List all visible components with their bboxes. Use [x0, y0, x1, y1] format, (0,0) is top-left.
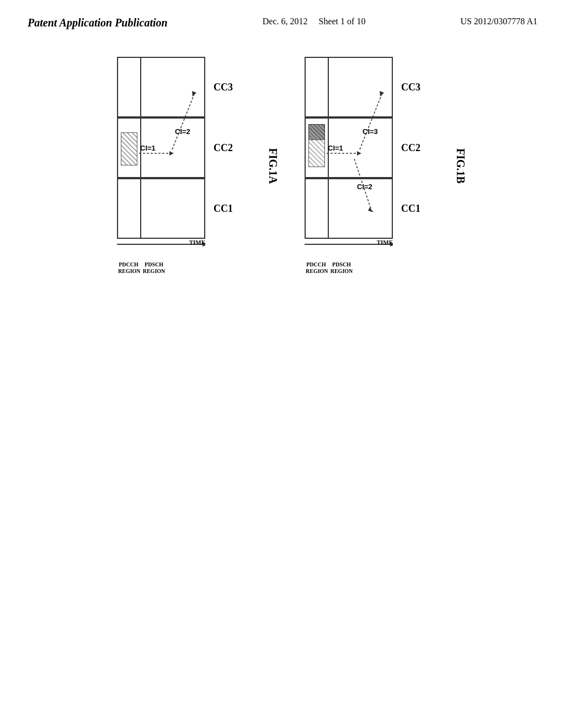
- fig1b-cc3-label: CC3: [401, 82, 420, 93]
- fig1b-cc3-row: CC3: [305, 57, 448, 117]
- fig1b-pdcch-label: PDCCHREGION: [306, 261, 327, 275]
- fig1b-label: FIG.1B: [455, 148, 467, 184]
- patent-number: US 2012/0307778 A1: [460, 17, 537, 26]
- fig1b-axis: PDCCHREGION PDSCHREGION TIME: [305, 239, 393, 275]
- fig1a-axis: PDCCHREGION PDSCHREGION TIME: [117, 239, 205, 275]
- fig1a-cc1-box: [117, 178, 205, 239]
- fig1b-cc2-hatch-light: [308, 140, 325, 167]
- fig1b-cc2-box: [305, 117, 393, 178]
- fig1a-cc3-box: [117, 57, 205, 117]
- header-date-sheet: Dec. 6, 2012 Sheet 1 of 10: [263, 17, 366, 26]
- fig1a-cc2-row: CC2: [117, 117, 260, 178]
- fig1b-cc2-row: CC2: [305, 117, 448, 178]
- fig1a-cc3-divider: [140, 58, 141, 116]
- publication-title: Patent Application Publication: [28, 17, 168, 29]
- fig1b-cc2-divider: [328, 119, 329, 177]
- fig1a-cc2-label: CC2: [214, 142, 233, 154]
- fig1a-cc2-box: [117, 117, 205, 178]
- fig1b-wrapper: CC3 CC2 CC1 PDCCHREGION PDSCHREG: [305, 57, 448, 275]
- fig1a-cc1-label: CC1: [214, 203, 233, 215]
- fig1b-time-label: TIME: [377, 239, 393, 245]
- fig1b-pdsch-label: PDSCHREGION: [328, 261, 355, 275]
- sheet-info: Sheet 1 of 10: [319, 17, 366, 26]
- fig1a-time-label: TIME: [189, 239, 205, 245]
- fig1a-cc1-divider: [140, 179, 141, 238]
- fig1a-pdsch-label: PDSCHREGION: [140, 261, 168, 275]
- fig1a-wrapper: CC3 CC2 CC1 PDCCHREGION: [117, 57, 260, 275]
- fig1b-cc3-box: [305, 57, 393, 117]
- fig1a-cc1-row: CC1: [117, 178, 260, 239]
- fig1a-cc2-hatch: [121, 132, 137, 165]
- fig1a-cc3-row: CC3: [117, 57, 260, 117]
- fig1a-cc2-divider: [140, 119, 141, 177]
- fig1b-cc1-divider: [328, 179, 329, 238]
- page-header: Patent Application Publication Dec. 6, 2…: [0, 0, 565, 35]
- pub-date: Dec. 6, 2012: [263, 17, 308, 26]
- fig1a-cc3-label: CC3: [214, 82, 233, 93]
- fig1a-label: FIG.1A: [266, 148, 279, 184]
- fig1b-cc2-label: CC2: [401, 142, 420, 154]
- fig1b-cc1-label: CC1: [401, 203, 420, 215]
- fig1a-pdcch-label: PDCCHREGION: [118, 261, 139, 275]
- fig1b-cc3-divider: [328, 58, 329, 116]
- fig1b-cc1-box: [305, 178, 393, 239]
- fig1b-cc1-row: CC1: [305, 178, 448, 239]
- main-content: CC3 CC2 CC1 PDCCHREGION: [0, 35, 565, 297]
- fig1b-cc2-hatch-dark: [308, 124, 325, 141]
